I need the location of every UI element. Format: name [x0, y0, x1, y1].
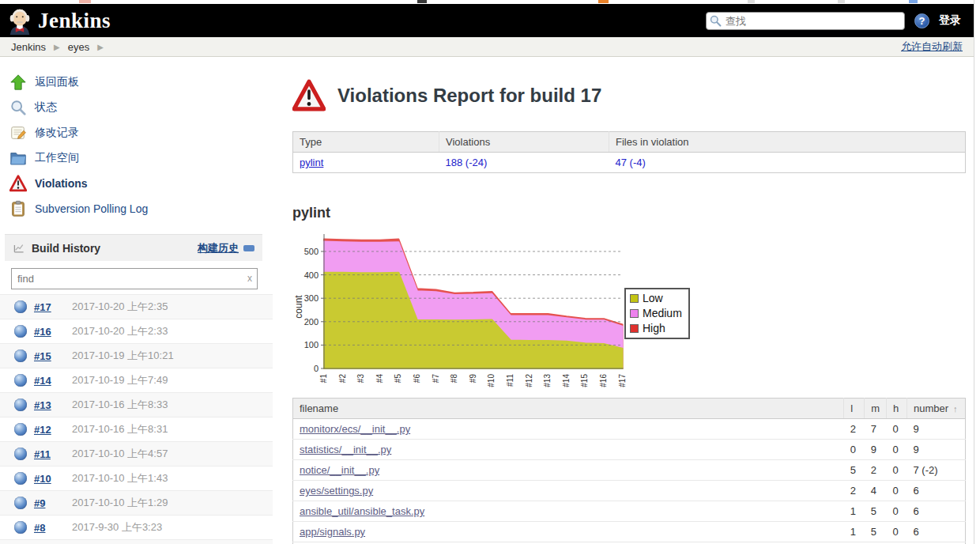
build-row: #17 2017-10-20 上午2:35: [0, 294, 273, 319]
sidebar-item-changes[interactable]: 修改记录: [0, 120, 273, 145]
build-date: 2017-10-16 上午8:31: [72, 422, 168, 436]
build-status-ball-icon[interactable]: [14, 521, 27, 534]
build-status-ball-icon[interactable]: [14, 300, 27, 313]
build-date: 2017-10-10 上午4:57: [72, 447, 168, 461]
build-status-ball-icon[interactable]: [14, 349, 27, 362]
build-status-ball-icon[interactable]: [14, 472, 27, 485]
build-link[interactable]: #8: [34, 522, 72, 534]
svg-text:0: 0: [314, 364, 318, 373]
build-link[interactable]: #16: [34, 326, 72, 338]
svg-text:300: 300: [304, 293, 318, 303]
col-header-number[interactable]: number↑: [907, 399, 966, 419]
search-input[interactable]: [706, 12, 905, 30]
build-link[interactable]: #11: [34, 448, 72, 460]
enable-auto-refresh-link[interactable]: 允许自动刷新: [901, 40, 963, 54]
svg-text:#9: #9: [469, 374, 477, 383]
file-link[interactable]: eyes/settings.py: [300, 485, 373, 497]
browser-scrollbar[interactable]: [974, 0, 980, 544]
legend-swatch-medium: [630, 309, 639, 318]
svg-text:#15: #15: [580, 374, 589, 387]
file-row: monitorx/ecs/__init__.py 2 7 0 9: [293, 419, 966, 440]
build-status-ball-icon[interactable]: [14, 399, 27, 411]
build-status-ball-icon[interactable]: [14, 325, 27, 338]
sidebar: 返回面板 状态 修改记录 工作空间: [0, 57, 273, 544]
svg-text:#11: #11: [506, 374, 514, 387]
col-header-type: Type: [293, 132, 439, 153]
low-count: 1: [844, 501, 865, 522]
svg-text:#16: #16: [599, 374, 608, 387]
svg-text:#8: #8: [450, 374, 458, 383]
login-link[interactable]: 登录: [939, 13, 961, 28]
file-link[interactable]: ansible_util/ansible_task.py: [300, 505, 424, 517]
build-link[interactable]: #10: [34, 473, 72, 485]
build-row: [0, 539, 273, 544]
collapse-icon[interactable]: [243, 245, 254, 251]
summary-row: pylint 188 (-24) 47 (-4): [293, 153, 966, 173]
help-icon[interactable]: ?: [914, 13, 929, 28]
build-row: #16 2017-10-20 上午2:33: [0, 319, 273, 343]
svg-text:#2: #2: [338, 374, 347, 383]
files-violations-table: filename l m h number↑ monitorx/ecs/__in…: [292, 398, 966, 544]
sidebar-item-back-to-dashboard[interactable]: 返回面板: [0, 70, 273, 95]
build-link[interactable]: #12: [34, 424, 72, 436]
col-header-m[interactable]: m: [865, 399, 887, 419]
build-date: 2017-10-20 上午2:35: [72, 300, 168, 314]
build-status-ball-icon[interactable]: [14, 448, 27, 460]
build-link[interactable]: #13: [34, 399, 72, 411]
svg-text:#7: #7: [432, 374, 440, 383]
tab-favicon-fragment: [598, 0, 609, 3]
breadcrumb-jenkins[interactable]: Jenkins: [11, 41, 46, 53]
warning-icon: [9, 175, 27, 192]
build-row: #15 2017-10-19 上午10:21: [0, 343, 273, 368]
build-history-link[interactable]: 构建历史: [198, 241, 239, 255]
clear-find-icon[interactable]: x: [247, 273, 252, 284]
svg-text:#13: #13: [543, 374, 552, 387]
pylint-section-title: pylint: [292, 205, 980, 221]
main-content: Violations Report for build 17 Type Viol…: [273, 57, 980, 544]
sidebar-item-violations[interactable]: Violations: [0, 171, 273, 196]
build-row: #9 2017-10-10 上午1:29: [0, 490, 273, 515]
file-link[interactable]: statistics/__init__.py: [300, 444, 391, 455]
sidebar-item-label: 修改记录: [35, 126, 79, 140]
tab-favicon-fragment: [79, 0, 91, 3]
medium-count: 5: [865, 501, 887, 522]
build-status-ball-icon[interactable]: [14, 497, 27, 509]
number-count: 9: [907, 440, 966, 460]
sidebar-item-subversion-polling-log[interactable]: Subversion Polling Log: [0, 196, 273, 221]
breadcrumb-eyes[interactable]: eyes: [68, 41, 89, 53]
file-link[interactable]: monitorx/ecs/__init__.py: [300, 423, 410, 435]
build-status-ball-icon[interactable]: [14, 423, 27, 436]
build-link[interactable]: #15: [34, 350, 72, 362]
col-header-filename[interactable]: filename: [293, 399, 844, 419]
sidebar-item-workspace[interactable]: 工作空间: [0, 145, 273, 171]
tab-favicon-fragment: [838, 0, 845, 3]
build-link[interactable]: #9: [34, 497, 72, 509]
page-title: Violations Report for build 17: [337, 85, 601, 107]
number-count: 6: [907, 481, 966, 501]
build-link[interactable]: #14: [34, 375, 72, 387]
file-link[interactable]: notice/__init__.py: [300, 464, 379, 476]
tab-favicon-fragment: [748, 0, 755, 3]
trend-chart-icon: [13, 242, 25, 255]
build-status-ball-icon[interactable]: [14, 374, 27, 387]
folder-icon: [9, 149, 27, 167]
global-search: [706, 12, 905, 30]
build-date: 2017-10-19 上午7:49: [72, 373, 168, 387]
sidebar-item-status[interactable]: 状态: [0, 95, 273, 120]
jenkins-logo[interactable]: Jenkins: [6, 6, 111, 35]
svg-text:#4: #4: [375, 374, 384, 383]
file-row: ansible_util/ansible_task.py 1 5 0 6: [293, 501, 966, 522]
legend-swatch-high: [630, 324, 639, 333]
pylint-link[interactable]: pylint: [300, 157, 323, 168]
build-history-find-input[interactable]: [11, 268, 258, 289]
build-history-list: #17 2017-10-20 上午2:35 #16 2017-10-20 上午2…: [0, 294, 273, 544]
col-header-l[interactable]: l: [844, 399, 865, 419]
col-header-h[interactable]: h: [887, 399, 907, 419]
build-link[interactable]: #17: [34, 301, 72, 313]
browser-tab-sliver: [0, 0, 980, 4]
svg-text:100: 100: [304, 340, 318, 349]
file-link[interactable]: app/signals.py: [300, 526, 365, 538]
build-row: #11 2017-10-10 上午4:57: [0, 441, 273, 466]
file-row: notice/__init__.py 5 2 0 7 (-2): [293, 460, 966, 481]
build-row: #14 2017-10-19 上午7:49: [0, 368, 273, 392]
